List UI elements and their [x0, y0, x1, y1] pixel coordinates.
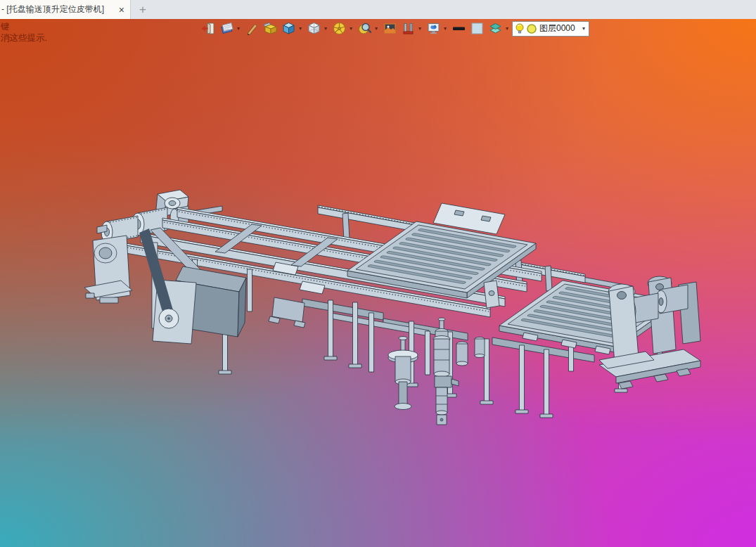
viewport[interactable]: 键 消这些提示. ▾ ▾ ▾ ▾: [0, 19, 756, 547]
new-tab-button[interactable]: +: [131, 0, 155, 19]
tab-close-icon[interactable]: ×: [119, 4, 124, 15]
left-bearing-stand: [84, 236, 132, 303]
app-window: 3 - [托盘输送顶升定位皮带机] × + 键 消这些提示. ▾ ▾: [0, 0, 756, 547]
cad-model-svg[interactable]: [0, 19, 756, 547]
tab-title: 3 - [托盘输送顶升定位皮带机]: [0, 4, 116, 15]
document-tab[interactable]: 3 - [托盘输送顶升定位皮带机] ×: [0, 0, 131, 19]
tab-bar: 3 - [托盘输送顶升定位皮带机] × +: [0, 0, 756, 19]
right-pedestal-assembly: [599, 276, 700, 389]
